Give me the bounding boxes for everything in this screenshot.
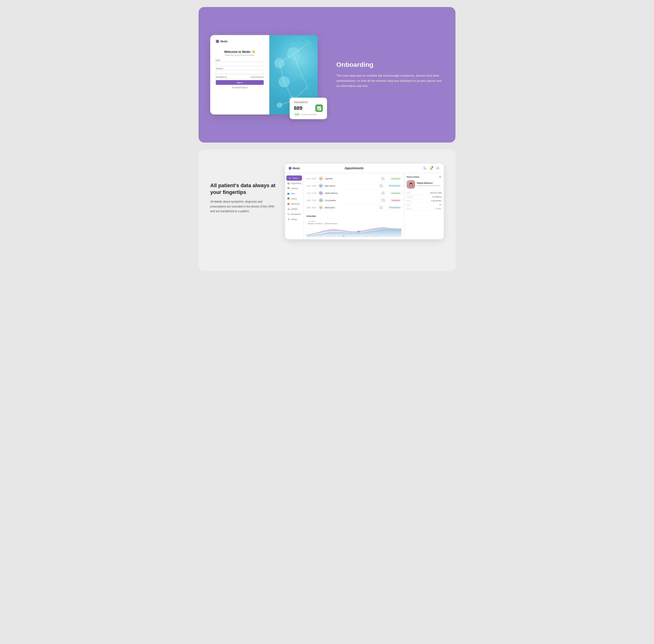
chart-date-label: July 2022 (308, 221, 399, 222)
legend-label-guest: Guest: 141 Patients (310, 223, 323, 224)
sidebar-label-warehouse: Warehouse (291, 203, 299, 205)
sidebar-label-schedule: Schedule (291, 188, 298, 189)
sidebar-item-organizations[interactable]: 🏢 Organizations (285, 181, 303, 186)
appt-name-5: Barbra Simon (325, 207, 377, 208)
sidebar-item-schedule[interactable]: 📅 Schedule (285, 186, 303, 191)
appt-avatar-2: BG (319, 184, 323, 188)
appt-avatar-4: CH (319, 198, 323, 202)
status-label: Status (407, 204, 411, 205)
appt-cab-1: Cab #123 (381, 177, 388, 180)
appt-time-4: 11:00 - 11:30 (306, 200, 317, 201)
remember-label: Remember me (216, 76, 227, 78)
patient-address: St Audrey's Cross, New Jersey 28333 (417, 185, 441, 186)
login-subtitle: Please log in to your account or registe… (216, 54, 264, 56)
login-title: Welcome to Medic 👋 (216, 50, 264, 53)
patients-badge-percent: 8.5% (294, 113, 300, 116)
patients-card-title: Total patients (294, 101, 323, 104)
chart-legend: Guest: 141 Patients New: 53 Patients (308, 223, 399, 224)
disease-label: Disease (407, 208, 412, 209)
total-patients-card: Total patients 889 📈 8.5% Up from yester… (289, 98, 327, 119)
onboarding-description: The main task was to combine the functio… (336, 73, 444, 89)
sidebar-item-development[interactable]: 🔧 Development (285, 211, 303, 216)
appointment-row: 11:00 - 11:30 MW Matilda Wilkinson Cab #… (306, 189, 401, 197)
sidebar-item-analytics[interactable]: 📊 Analytics (285, 206, 303, 211)
appointments-area: 09:00 - 09:30 LB Logan Bell Cab #123 ✓ E… (304, 173, 404, 213)
no-account-text: No account? Sign up (216, 87, 264, 88)
patient-avatar-section: 👩 Matilda Wilkinson St Audrey's Cross, N… (407, 180, 441, 189)
appt-name-4: Corey Hawkins (325, 200, 380, 201)
sidebar-item-warehouse[interactable]: 📦 Warehouse (285, 201, 303, 206)
sidebar-item-settings[interactable]: ⚙ Settings (285, 216, 303, 222)
panel-close-button[interactable]: ✕ (439, 176, 441, 178)
appt-name-3: Matilda Wilkinson (325, 192, 379, 194)
legend-item-guest: Guest: 141 Patients (308, 223, 323, 224)
appt-cab-3: Cab #123 (381, 191, 388, 194)
analytics-icon: 📊 (287, 208, 289, 210)
detail-row-status: Status VIP (407, 203, 441, 207)
appt-time-1: 09:00 - 09:30 (306, 178, 317, 180)
password-input[interactable] (216, 70, 264, 74)
appt-avatar-3: MW (319, 191, 323, 195)
logo-text: Medic (220, 40, 228, 43)
physician-label: Physician (407, 196, 413, 198)
phone-label: Phone (407, 200, 411, 202)
legend-dot-guest (308, 223, 309, 224)
detail-row-dob: D.O.B February 27, 1990 (407, 191, 441, 195)
login-form: 💜 Medic Welcome to Medic 👋 Please log in… (210, 35, 269, 115)
dashboard-sidebar: ⊞ Swamp 🏢 Organizations 📅 Schedule 👥 Tea… (285, 173, 304, 239)
fingertips-section: All patient's data always at your finger… (210, 164, 276, 213)
signup-link[interactable]: Sign up (242, 87, 247, 88)
appointment-row: 10:00 - 10:30 BS Barbra Simon Cab #123 ⏱… (306, 204, 401, 211)
chart-x-nov: Nov (386, 235, 389, 237)
email-input[interactable] (216, 62, 264, 66)
dashboard-mockup: Medic Appointments 🔍 🔔 ⚙ ⊞ Swamp (285, 164, 444, 239)
appt-status-5: ⏱ In the queue (388, 206, 401, 209)
sidebar-item-patients[interactable]: 🧑 Patients (285, 196, 303, 201)
chart-x-may: May (320, 235, 322, 237)
dashboard-header-icons: 🔍 🔔 ⚙ (422, 166, 440, 170)
disease-value: Tracheitis (435, 208, 441, 209)
patients-icon-sidebar: 🧑 (287, 198, 289, 200)
appt-time-2: 10:00 - 10:30 (306, 185, 317, 187)
settings-icon-sidebar: ⚙ (287, 218, 289, 220)
dob-value: February 27, 1990 (430, 192, 441, 193)
search-icon[interactable]: 🔍 (422, 166, 427, 170)
patients-count: 889 (294, 105, 302, 111)
overview-title: Overview (306, 215, 401, 217)
legend-dot-new (325, 223, 326, 224)
appt-status-4: ✕ Canceled (391, 199, 401, 202)
schedule-icon: 📅 (287, 187, 289, 189)
forgot-password-link[interactable]: Forgot Password? (250, 76, 264, 78)
dob-label: D.O.B (407, 192, 411, 193)
sidebar-label-analytics: Analytics (291, 208, 298, 210)
appt-name-1: Logan Bell (325, 178, 379, 180)
physician-value: Eric Bradberry (433, 196, 441, 198)
notification-icon[interactable]: 🔔 (429, 166, 434, 170)
organizations-icon: 🏢 (287, 182, 289, 184)
onboarding-section: Onboarding The main task was to combine … (332, 61, 444, 89)
dashboard-header-title: Appointments (286, 167, 422, 170)
svg-point-16 (358, 231, 359, 232)
warehouse-icon: 📦 (287, 203, 289, 205)
appt-name-2: Blake Gilmore (325, 185, 377, 187)
settings-icon[interactable]: ⚙ (435, 166, 440, 170)
sidebar-item-swamp[interactable]: ⊞ Swamp (286, 176, 302, 181)
signin-button[interactable]: Sign in (216, 80, 264, 85)
appointment-row: 10:00 - 10:30 BG Blake Gilmore Cab #123 … (306, 182, 401, 189)
patient-avatar: 👩 (407, 180, 415, 189)
appointment-row: 09:00 - 09:30 LB Logan Bell Cab #123 ✓ E… (306, 175, 401, 182)
appointment-row: 11:00 - 11:30 CH Corey Hawkins Cab #123 … (306, 197, 401, 204)
section-onboarding: 💜 Medic Welcome to Medic 👋 Please log in… (198, 7, 456, 142)
legend-label-new: New: 53 Patients (327, 223, 337, 224)
legend-item-new: New: 53 Patients (325, 223, 337, 224)
patients-icon: 📈 (315, 105, 323, 112)
password-label: Password (216, 68, 264, 69)
chart-area: July 2022 Guest: 141 Patients New: 53 Pa… (306, 219, 401, 237)
appt-status-1: ✓ Examined (390, 177, 401, 180)
panel-header: Patient details ✕ (407, 176, 441, 178)
appt-time-3: 11:00 - 11:30 (306, 192, 317, 194)
sidebar-item-team[interactable]: 👥 Team (285, 191, 303, 196)
appt-avatar-1: LB (319, 177, 323, 181)
status-value: VIP (439, 204, 441, 205)
appt-avatar-5: BS (319, 205, 323, 210)
